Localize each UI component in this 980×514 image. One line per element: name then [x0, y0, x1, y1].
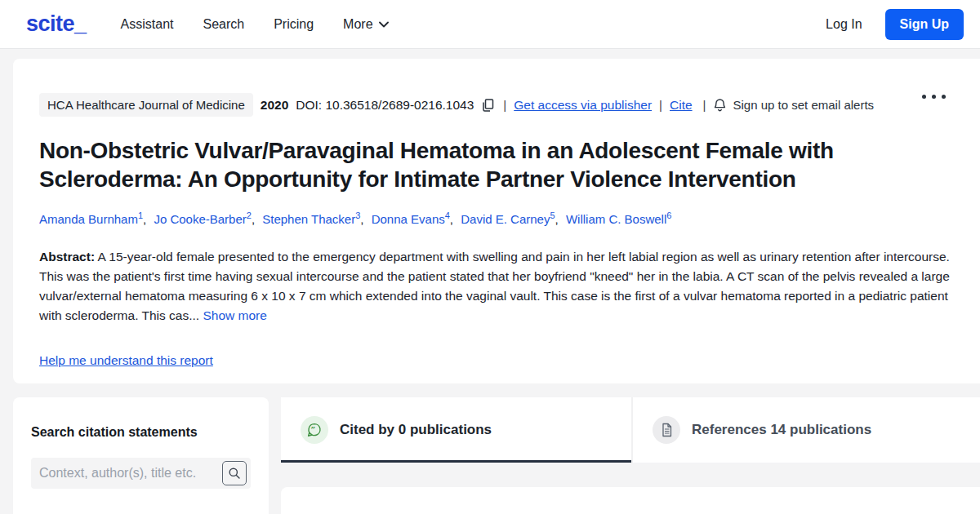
nav-item-search-label: Search: [203, 17, 244, 32]
paper-title: Non-Obstetric Vulvar/Paravaginal Hematom…: [39, 136, 929, 194]
author-separator: ,: [143, 212, 146, 226]
author-link[interactable]: David E. Carney5: [461, 212, 555, 226]
author-affiliation-number: 5: [550, 210, 555, 220]
login-link[interactable]: Log In: [826, 17, 862, 32]
tab-cited-by[interactable]: ” Cited by 0 publications: [281, 397, 631, 463]
journal-badge[interactable]: HCA Healthcare Journal of Medicine: [39, 93, 253, 117]
nav-item-more-label: More: [343, 17, 372, 32]
citation-search-button[interactable]: [222, 461, 247, 485]
author-name: Jo Cooke-Barber: [154, 212, 246, 226]
quote-bubble-icon: ”: [301, 416, 328, 444]
doi-text: DOI: 10.36518/2689-0216.1043: [296, 98, 474, 113]
author-name: Donna Evans: [372, 212, 445, 226]
author-link[interactable]: Jo Cooke-Barber2: [154, 212, 252, 226]
abstract-paragraph: Abstract: A 15-year-old female presented…: [39, 247, 954, 326]
chevron-down-icon: [379, 21, 389, 28]
author-link[interactable]: Stephen Thacker3: [262, 212, 360, 226]
abstract-text: A 15-year-old female presented to the em…: [39, 250, 950, 322]
paper-card: HCA Healthcare Journal of Medicine 2020 …: [13, 59, 980, 383]
bell-icon: [713, 98, 727, 113]
help-understand-report-link[interactable]: Help me understand this report: [39, 353, 213, 368]
tab-references[interactable]: References 14 publications: [631, 397, 980, 463]
separator: |: [503, 98, 506, 112]
nav-item-assistant[interactable]: Assistant: [121, 17, 174, 32]
tab-references-label: References 14 publications: [692, 422, 871, 438]
email-alerts-button[interactable]: Sign up to set email alerts: [713, 98, 874, 113]
publication-year: 2020: [261, 98, 288, 113]
author-separator: ,: [450, 212, 453, 226]
copy-icon: [481, 98, 496, 113]
signup-button[interactable]: Sign Up: [885, 9, 964, 40]
show-more-link[interactable]: Show more: [203, 308, 266, 322]
separator: |: [659, 98, 662, 112]
citation-search-panel: Search citation statements: [13, 397, 269, 514]
authors-list: Amanda Burnham1, Jo Cooke-Barber2, Steph…: [39, 210, 954, 226]
citation-search-input[interactable]: [39, 466, 222, 481]
author-separator: ,: [555, 212, 559, 226]
publications-tabs: ” Cited by 0 publications References 14 …: [281, 397, 980, 463]
nav-item-more[interactable]: More: [343, 17, 388, 32]
cite-link[interactable]: Cite: [670, 98, 693, 113]
author-name: Stephen Thacker: [262, 212, 355, 226]
nav-right: Log In Sign Up: [826, 9, 964, 40]
scite-logo[interactable]: scite_: [26, 11, 87, 37]
nav-item-assistant-label: Assistant: [121, 17, 174, 32]
get-access-link[interactable]: Get access via publisher: [514, 98, 652, 113]
navbar: scite_ Assistant Search Pricing More Log…: [0, 0, 980, 49]
author-separator: ,: [252, 212, 255, 226]
document-icon: [653, 416, 680, 444]
svg-text:”: ”: [311, 425, 316, 434]
nav-item-pricing-label: Pricing: [274, 17, 314, 32]
author-link[interactable]: Amanda Burnham1: [39, 212, 143, 226]
abstract-label: Abstract:: [39, 250, 95, 264]
citation-search-box: [31, 458, 251, 489]
author-affiliation-number: 2: [247, 210, 252, 220]
search-citation-statements-label: Search citation statements: [31, 425, 251, 440]
paper-meta-row: HCA Healthcare Journal of Medicine 2020 …: [39, 93, 954, 117]
tab-cited-by-label: Cited by 0 publications: [340, 422, 492, 438]
copy-doi-button[interactable]: [481, 98, 496, 113]
author-affiliation-number: 4: [445, 210, 450, 220]
author-name: William C. Boswell: [566, 212, 666, 226]
author-link[interactable]: Donna Evans4: [372, 212, 450, 226]
author-link[interactable]: William C. Boswell6: [566, 212, 671, 226]
nav-item-search[interactable]: Search: [203, 17, 244, 32]
author-name: David E. Carney: [461, 212, 550, 226]
nav-links: Assistant Search Pricing More: [121, 17, 389, 32]
email-alerts-label: Sign up to set email alerts: [733, 98, 874, 112]
separator: |: [703, 98, 706, 112]
author-separator: ,: [360, 212, 363, 226]
author-affiliation-number: 6: [666, 210, 671, 220]
tab-content-panel: [281, 487, 980, 514]
nav-item-pricing[interactable]: Pricing: [274, 17, 314, 32]
author-name: Amanda Burnham: [39, 212, 138, 226]
search-icon: [228, 467, 241, 480]
